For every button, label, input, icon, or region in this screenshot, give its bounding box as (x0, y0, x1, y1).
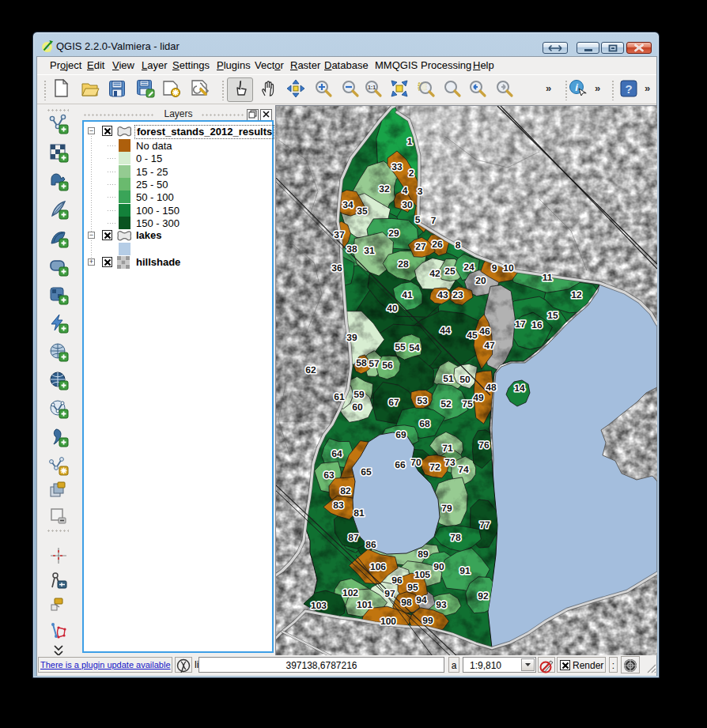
svg-text:31: 31 (364, 245, 375, 256)
svg-text:63: 63 (323, 470, 335, 481)
svg-text:2: 2 (409, 168, 414, 179)
svg-text:66: 66 (395, 459, 406, 470)
svg-text:16: 16 (531, 319, 543, 330)
svg-text:20: 20 (475, 275, 486, 286)
svg-text:47: 47 (484, 340, 495, 351)
svg-text:9: 9 (492, 262, 497, 273)
svg-text:43: 43 (437, 289, 448, 300)
svg-text:i: i (575, 81, 578, 93)
svg-text:23: 23 (452, 289, 463, 300)
svg-text:98: 98 (401, 597, 412, 608)
svg-text:45: 45 (467, 330, 478, 341)
svg-text:95: 95 (407, 582, 418, 593)
svg-text:?: ? (625, 82, 632, 96)
svg-text:59: 59 (354, 389, 365, 400)
svg-text:78: 78 (450, 532, 461, 543)
svg-text:97: 97 (384, 588, 395, 599)
svg-text:89: 89 (418, 549, 429, 560)
svg-text:52: 52 (440, 398, 452, 409)
svg-text:83: 83 (333, 500, 344, 511)
svg-text:55: 55 (395, 341, 406, 353)
svg-text:11: 11 (543, 272, 553, 283)
svg-text:12: 12 (571, 289, 582, 300)
svg-text:75: 75 (462, 398, 473, 409)
svg-text:102: 102 (342, 587, 358, 598)
svg-text:73: 73 (444, 457, 456, 468)
svg-text:76: 76 (478, 439, 490, 451)
svg-text:71: 71 (442, 443, 453, 454)
svg-text:79: 79 (441, 503, 452, 514)
svg-text:4: 4 (403, 185, 408, 196)
svg-text:67: 67 (388, 397, 399, 408)
svg-text:14: 14 (514, 383, 525, 394)
svg-text:17: 17 (515, 319, 526, 330)
svg-text:64: 64 (331, 448, 342, 459)
svg-text:50: 50 (459, 374, 471, 385)
svg-text:24: 24 (463, 262, 474, 273)
svg-text:91: 91 (459, 565, 471, 576)
svg-text:8: 8 (456, 240, 461, 251)
svg-text:86: 86 (365, 539, 376, 550)
svg-text:7: 7 (431, 215, 437, 226)
svg-text:65: 65 (361, 466, 372, 477)
svg-text:42: 42 (429, 268, 440, 279)
svg-text:74: 74 (458, 464, 469, 475)
svg-text:37: 37 (334, 229, 345, 240)
svg-text:29: 29 (388, 228, 399, 239)
svg-text:57: 57 (369, 358, 380, 369)
svg-text:93: 93 (436, 599, 447, 610)
svg-text:35: 35 (357, 206, 368, 217)
svg-text:56: 56 (382, 360, 393, 371)
svg-text:92: 92 (478, 590, 489, 602)
svg-text:61: 61 (334, 391, 345, 402)
svg-text:41: 41 (402, 289, 413, 300)
svg-text:46: 46 (479, 326, 490, 337)
svg-text:90: 90 (433, 561, 444, 572)
svg-text:39: 39 (346, 332, 357, 343)
svg-text:53: 53 (417, 395, 428, 406)
svg-text:70: 70 (410, 457, 422, 468)
svg-text:36: 36 (331, 262, 342, 273)
svg-text:68: 68 (419, 418, 430, 429)
svg-text:96: 96 (391, 575, 403, 586)
svg-text:1:1: 1:1 (368, 85, 376, 90)
svg-text:72: 72 (429, 462, 440, 473)
svg-text:51: 51 (443, 373, 454, 384)
svg-text:49: 49 (473, 392, 484, 403)
svg-text:48: 48 (486, 382, 497, 393)
svg-text:106: 106 (370, 561, 386, 572)
svg-text:100: 100 (380, 616, 396, 627)
svg-text:10: 10 (503, 262, 514, 273)
svg-text:38: 38 (346, 243, 357, 255)
svg-text:62: 62 (305, 364, 316, 375)
svg-text:60: 60 (352, 402, 363, 413)
svg-text:32: 32 (379, 183, 390, 194)
svg-text:58: 58 (356, 357, 367, 368)
svg-text:77: 77 (479, 519, 490, 530)
svg-text:103: 103 (311, 600, 327, 611)
svg-text:82: 82 (340, 485, 351, 496)
svg-text:40: 40 (387, 303, 398, 314)
svg-text:81: 81 (354, 507, 365, 519)
svg-text:94: 94 (416, 594, 427, 605)
svg-text:33: 33 (391, 161, 403, 172)
svg-text:5: 5 (415, 214, 421, 225)
svg-text:69: 69 (395, 429, 406, 440)
svg-text:34: 34 (342, 199, 354, 210)
svg-text:25: 25 (444, 266, 456, 277)
svg-text:105: 105 (414, 569, 430, 580)
svg-text:99: 99 (422, 615, 433, 626)
svg-text:87: 87 (348, 532, 359, 543)
svg-text:26: 26 (432, 239, 443, 250)
svg-text:54: 54 (409, 342, 420, 353)
svg-text:28: 28 (398, 258, 409, 270)
svg-text:15: 15 (547, 310, 558, 321)
svg-text:1: 1 (407, 136, 413, 147)
svg-text:44: 44 (440, 325, 451, 336)
svg-text:30: 30 (402, 199, 413, 210)
svg-text:27: 27 (415, 241, 426, 252)
svg-text:3: 3 (418, 186, 423, 197)
svg-text:101: 101 (357, 599, 372, 610)
